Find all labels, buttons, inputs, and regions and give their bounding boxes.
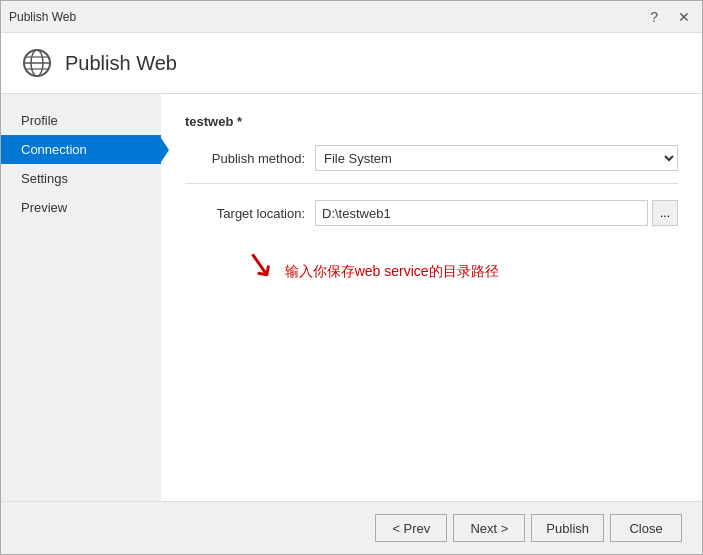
target-location-control: ... [315,200,678,226]
browse-button[interactable]: ... [652,200,678,226]
divider [185,183,678,184]
publish-button[interactable]: Publish [531,514,604,542]
prev-button[interactable]: < Prev [375,514,447,542]
target-location-input[interactable] [315,200,648,226]
header-section: Publish Web [1,33,702,94]
title-bar-left: Publish Web [9,10,76,24]
content-area: testweb * Publish method: File System We… [161,94,702,501]
sidebar-item-profile[interactable]: Profile [1,106,161,135]
title-bar-title: Publish Web [9,10,76,24]
main-content: Profile Connection Settings Preview test… [1,94,702,501]
publish-method-row: Publish method: File System Web Deploy F… [185,145,678,171]
publish-web-window: Publish Web ? ✕ Publish Web Profile Conn… [0,0,703,555]
arrow-icon: ↘ [242,244,278,285]
target-location-label: Target location: [185,206,305,221]
sidebar-item-connection[interactable]: Connection [1,135,161,164]
annotation-text: 输入你保存web service的目录路径 [285,263,499,279]
title-bar-right: ? ✕ [646,7,694,27]
header-title: Publish Web [65,52,177,75]
close-window-button[interactable]: ✕ [674,7,694,27]
title-bar: Publish Web ? ✕ [1,1,702,33]
sidebar-item-settings[interactable]: Settings [1,164,161,193]
footer: < Prev Next > Publish Close [1,501,702,554]
sidebar: Profile Connection Settings Preview [1,94,161,501]
publish-method-select[interactable]: File System Web Deploy FTP [315,145,678,171]
next-button[interactable]: Next > [453,514,525,542]
profile-name: testweb * [185,114,678,129]
globe-icon [21,47,53,79]
sidebar-item-preview[interactable]: Preview [1,193,161,222]
publish-method-label: Publish method: [185,151,305,166]
publish-method-control: File System Web Deploy FTP [315,145,678,171]
close-button[interactable]: Close [610,514,682,542]
help-button[interactable]: ? [646,7,662,27]
target-location-row: Target location: ... [185,200,678,226]
annotation-area: ↘ 输入你保存web service的目录路径 [245,246,678,282]
